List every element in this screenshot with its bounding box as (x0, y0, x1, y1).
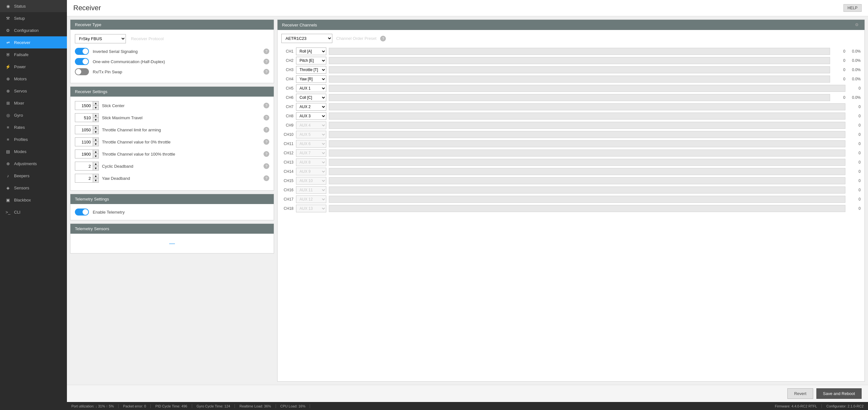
telemetry-sensors-section: Telemetry Sensors — (70, 224, 274, 254)
toggle-1[interactable] (75, 58, 89, 65)
ch8-label: CH8 (281, 114, 293, 118)
sidebar-item-failsafe[interactable]: ⛨ Failsafe (0, 49, 67, 61)
telemetry-toggle-track[interactable] (75, 208, 89, 215)
spinner-up-2[interactable]: ▲ (93, 126, 98, 130)
ch8-select[interactable]: Roll [A]Pitch [E]Throttle [T]Yaw [R]Coll… (296, 112, 326, 120)
setting-help-icon-0[interactable]: ? (264, 102, 269, 108)
ch2-label: CH2 (281, 58, 293, 63)
ch7-select[interactable]: Roll [A]Pitch [E]Throttle [T]Yaw [R]Coll… (296, 103, 326, 111)
sidebar-item-rates[interactable]: ≡ Rates (0, 121, 67, 133)
number-field-2[interactable] (75, 126, 93, 134)
number-field-1[interactable] (75, 114, 93, 121)
channel-row-ch7: CH7 Roll [A]Pitch [E]Throttle [T]Yaw [R]… (281, 103, 861, 111)
firmware-info: Firmware: 4.4.0-RC2 RTFL (771, 404, 822, 408)
sidebar-item-cli[interactable]: >_ CLI (0, 206, 67, 218)
sidebar-label-motors: Motors (14, 77, 27, 81)
spinner-down-1[interactable]: ▼ (93, 118, 98, 122)
sidebar-item-receiver[interactable]: ⇌ Receiver (0, 36, 67, 49)
help-button[interactable]: HELP (843, 4, 862, 12)
setting-help-icon-5[interactable]: ? (264, 163, 269, 169)
ch1-select[interactable]: Roll [A]Pitch [E]Throttle [T]Yaw [R]Coll… (296, 48, 326, 55)
toggle-track-2[interactable] (75, 68, 89, 75)
ch4-bar (329, 76, 830, 83)
spinner-up-6[interactable]: ▲ (93, 174, 98, 178)
revert-button[interactable]: Revert (787, 388, 813, 399)
sidebar-item-power[interactable]: ⚡ Power (0, 61, 67, 73)
spinner-down-2[interactable]: ▼ (93, 130, 98, 134)
channel-preset-select[interactable]: AETR1C23TAER1234AERT1234 (281, 34, 332, 43)
ch2-select[interactable]: Roll [A]Pitch [E]Throttle [T]Yaw [R]Coll… (296, 57, 326, 64)
sidebar-item-sensors[interactable]: ◈ Sensors (0, 182, 67, 194)
ch8-bar (329, 113, 845, 120)
toggle-help-icon-0[interactable]: ? (264, 49, 269, 54)
number-input-3: ▲ ▼ (75, 138, 99, 146)
sidebar-item-configuration[interactable]: ⚙ Configuration (0, 24, 67, 36)
sidebar-item-beepers[interactable]: ♪ Beepers (0, 170, 67, 182)
ch2-pct: 0.0% (848, 58, 861, 63)
spinner-down-6[interactable]: ▼ (93, 178, 98, 182)
toggle-help-icon-1[interactable]: ? (264, 59, 269, 64)
sidebar-label-configuration: Configuration (14, 28, 38, 33)
ch18-select: Roll [A]Pitch [E]Throttle [T]Yaw [R]Coll… (296, 205, 326, 212)
spinner-3: ▲ ▼ (93, 138, 98, 146)
spinner-up-3[interactable]: ▲ (93, 138, 98, 142)
sidebar-item-gyro[interactable]: ◎ Gyro (0, 109, 67, 121)
spinner-down-3[interactable]: ▼ (93, 142, 98, 146)
sidebar-item-adjustments[interactable]: ⊕ Adjustments (0, 157, 67, 170)
ch4-select[interactable]: Roll [A]Pitch [E]Throttle [T]Yaw [R]Coll… (296, 75, 326, 83)
ch13-value: 0 (848, 160, 861, 165)
toggle-track-1[interactable] (75, 58, 89, 65)
ch14-label: CH14 (281, 169, 293, 174)
profiles-icon: ≡ (5, 137, 11, 142)
channel-row-ch1: CH1 Roll [A]Pitch [E]Throttle [T]Yaw [R]… (281, 48, 861, 55)
beeper-icon: ♪ (5, 173, 11, 179)
setting-help-icon-6[interactable]: ? (264, 175, 269, 181)
number-field-3[interactable] (75, 138, 93, 146)
telemetry-settings-header: Telemetry Settings (70, 194, 274, 204)
toggle-2[interactable] (75, 68, 89, 75)
telemetry-settings-section: Telemetry Settings Enable Telemetry (70, 194, 274, 220)
setting-help-icon-2[interactable]: ? (264, 127, 269, 133)
ch5-select[interactable]: Roll [A]Pitch [E]Throttle [T]Yaw [R]Coll… (296, 85, 326, 92)
sidebar-item-profiles[interactable]: ≡ Profiles (0, 133, 67, 145)
setting-help-icon-4[interactable]: ? (264, 151, 269, 157)
number-field-5[interactable] (75, 163, 93, 170)
spinner-up-4[interactable]: ▲ (93, 150, 98, 154)
ch3-bar (329, 66, 830, 73)
number-field-0[interactable] (75, 102, 93, 109)
shield-icon: ⛨ (5, 52, 11, 57)
ch6-select[interactable]: Roll [A]Pitch [E]Throttle [T]Yaw [R]Coll… (296, 94, 326, 101)
spinner-down-5[interactable]: ▼ (93, 166, 98, 170)
toggle-help-icon-2[interactable]: ? (264, 69, 269, 75)
telemetry-toggle[interactable] (75, 208, 89, 215)
sidebar-item-motors[interactable]: ⊕ Motors (0, 73, 67, 85)
sidebar-item-servos[interactable]: ⊗ Servos (0, 85, 67, 97)
sidebar-item-blackbox[interactable]: ▣ Blackbox (0, 194, 67, 206)
save-reboot-button[interactable]: Save and Reboot (816, 388, 862, 399)
toggle-track-0[interactable] (75, 48, 89, 55)
sensors-icon: ◈ (5, 185, 11, 191)
preset-help-icon[interactable]: ? (380, 36, 386, 41)
protocol-label: Receiver Protocol (131, 36, 164, 41)
ch3-label: CH3 (281, 67, 293, 72)
ch3-select[interactable]: Roll [A]Pitch [E]Throttle [T]Yaw [R]Coll… (296, 66, 326, 74)
number-field-4[interactable] (75, 150, 93, 158)
spinner-down-4[interactable]: ▼ (93, 154, 98, 158)
spinner-0: ▲ ▼ (93, 101, 98, 110)
protocol-select[interactable]: FrSky FBUSFrSky D16SBUSIBUSPPMSPEKTRUM (75, 34, 126, 43)
sidebar-item-mixer[interactable]: ⊞ Mixer (0, 97, 67, 109)
spinner-up-1[interactable]: ▲ (93, 114, 98, 118)
setting-help-icon-1[interactable]: ? (264, 115, 269, 120)
setting-label-5: Cyclic Deadband (102, 164, 260, 169)
sidebar-item-modes[interactable]: ▤ Modes (0, 145, 67, 157)
channels-gear-icon[interactable]: ⚙ (855, 22, 860, 27)
sidebar-item-status[interactable]: ◉ Status (0, 0, 67, 12)
setting-help-icon-3[interactable]: ? (264, 139, 269, 145)
spinner-up-0[interactable]: ▲ (93, 101, 98, 106)
number-field-6[interactable] (75, 175, 93, 182)
toggle-0[interactable] (75, 48, 89, 55)
spinner-down-0[interactable]: ▼ (93, 106, 98, 110)
spinner-up-5[interactable]: ▲ (93, 162, 98, 166)
sidebar-item-setup[interactable]: ⚒ Setup (0, 12, 67, 24)
setting-row-6: ▲ ▼ Yaw Deadband ? (75, 174, 269, 183)
